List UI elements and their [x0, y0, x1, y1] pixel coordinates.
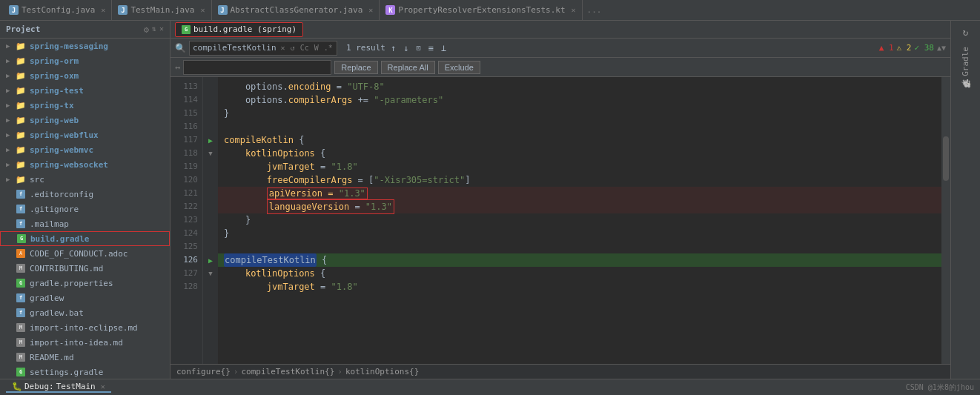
sidebar-item-spring-orm[interactable]: ▶ 📁 spring-orm: [0, 53, 170, 68]
fold-icon-127[interactable]: ▼: [208, 270, 212, 277]
tab-label: AbstractClassGenerator.java: [231, 5, 363, 15]
breadcrumb-item-configure[interactable]: configure{}: [176, 367, 231, 376]
fold-icon-118[interactable]: ▼: [208, 150, 212, 157]
tree-item-label: spring-messaging: [30, 42, 108, 51]
gradle-panel-tab[interactable]: 🐘 Gradle: [958, 41, 973, 95]
sidebar-item-spring-webflux[interactable]: ▶ 📁 spring-webflux: [0, 127, 170, 142]
tree-item-label: spring-tx: [30, 101, 74, 110]
tree-item-label: gradlew: [30, 293, 64, 303]
sidebar-header: Project ⚙ ⇅ ✕: [0, 21, 170, 39]
expand-icon[interactable]: ⇅: [152, 24, 156, 35]
gutter-124: [203, 227, 218, 240]
breadcrumb-item-kotlinoptions[interactable]: kotlinOptions{}: [345, 367, 419, 376]
settings-icon[interactable]: ⚙: [144, 24, 149, 35]
sidebar-item-import-idea[interactable]: M import-into-idea.md: [0, 335, 170, 350]
gutter-119: [203, 160, 218, 173]
sidebar-item-settings-gradle[interactable]: G settings.gradle: [0, 365, 170, 379]
search-close-panel-icon[interactable]: ⊡: [414, 44, 423, 52]
breadcrumb-sep-1: ›: [234, 367, 239, 376]
regex-btn[interactable]: .*: [322, 44, 334, 52]
tab-close-testmain[interactable]: ✕: [200, 6, 205, 14]
replace-button[interactable]: Replace: [334, 61, 377, 74]
code-line-121: apiVersion = "1.3": [218, 187, 941, 200]
sidebar-item-editorconfig[interactable]: f .editorconfig: [0, 187, 170, 202]
replace-all-button[interactable]: Replace All: [381, 61, 435, 74]
tree-item-label: spring-webflux: [30, 130, 99, 140]
tab-testconfig[interactable]: J TestConfig.java ✕: [3, 0, 112, 21]
match-case-btn[interactable]: Cc: [299, 44, 311, 52]
badge-expand-icon[interactable]: ▲▼: [937, 44, 946, 52]
exclude-button[interactable]: Exclude: [438, 61, 480, 74]
active-tab[interactable]: G build.gradle (spring): [175, 22, 303, 37]
line-num-116: 116: [170, 120, 202, 133]
replace-input-container[interactable]: [183, 60, 331, 75]
sidebar-item-spring-web[interactable]: ▶ 📁 spring-web: [0, 113, 170, 127]
tab-propertyresolver[interactable]: K PropertyResolverExtensionsTests.kt ✕: [380, 0, 582, 21]
breadcrumb-item-compiletestkotlin[interactable]: compileTestKotlin{}: [241, 367, 334, 376]
gutter-126[interactable]: ▶: [203, 253, 218, 267]
tab-abstractclass[interactable]: J AbstractClassGenerator.java ✕: [212, 0, 380, 21]
tree-arrow: ▶: [6, 116, 15, 124]
tree-item-label: build.gradle: [30, 234, 89, 244]
sidebar-item-spring-webmvc[interactable]: ▶ 📁 spring-webmvc: [0, 142, 170, 157]
adoc-icon: A: [15, 248, 27, 259]
gradle-label: Gradle: [961, 47, 970, 76]
sidebar-item-mailmap[interactable]: f .mailmap: [0, 216, 170, 231]
tab-close-testconfig[interactable]: ✕: [101, 6, 105, 14]
gutter-117[interactable]: ▶: [203, 133, 218, 147]
tab-testmain[interactable]: J TestMain.java ✕: [112, 0, 211, 21]
file-icon: f: [15, 189, 27, 199]
tree-arrow: ▶: [6, 102, 15, 109]
vertical-scrollbar[interactable]: [941, 77, 950, 364]
close-sidebar-icon[interactable]: ✕: [159, 24, 164, 35]
sidebar-item-gradle-properties[interactable]: G gradle.properties: [0, 276, 170, 291]
search-prev-btn[interactable]: ↑: [388, 43, 398, 53]
sidebar-item-src[interactable]: ▶ 📁 src: [0, 172, 170, 187]
search-arrow-btn[interactable]: ↺: [289, 44, 297, 52]
search-options-icon[interactable]: ≡: [426, 43, 435, 53]
run-icon-126[interactable]: ▶: [208, 256, 213, 265]
sidebar-item-spring-test[interactable]: ▶ 📁 spring-test: [0, 83, 170, 98]
sidebar-item-build-gradle[interactable]: G build.gradle: [0, 231, 170, 246]
sidebar-item-gitignore[interactable]: f .gitignore: [0, 202, 170, 216]
sidebar-item-contributing[interactable]: M CONTRIBUTING.md: [0, 261, 170, 276]
debug-close-icon[interactable]: ✕: [101, 382, 105, 391]
run-icon-117[interactable]: ▶: [208, 136, 213, 145]
tabs-overflow[interactable]: ...: [583, 5, 606, 15]
code-line-120: freeCompilerArgs = ["-Xisr305=strict"]: [218, 173, 941, 187]
scrollbar-thumb[interactable]: [943, 136, 949, 181]
sidebar-item-import-eclipse[interactable]: M import-into-eclipse.md: [0, 320, 170, 335]
gutter-123: [203, 213, 218, 227]
tree-item-label: README.md: [30, 353, 74, 362]
search-filter-icon[interactable]: ⊥: [439, 43, 448, 53]
sidebar-item-spring-oxm[interactable]: ▶ 📁 spring-oxm: [0, 68, 170, 83]
gutter-127: ▼: [203, 267, 218, 280]
line-num-128: 128: [170, 280, 202, 293]
sidebar-item-code-of-conduct[interactable]: A CODE_OF_CONDUCT.adoc: [0, 246, 170, 261]
whole-word-btn[interactable]: W: [313, 44, 320, 52]
sidebar-item-spring-tx[interactable]: ▶ 📁 spring-tx: [0, 98, 170, 113]
breadcrumb-bar: configure{} › compileTestKotlin{} › kotl…: [170, 364, 950, 379]
search-input-container[interactable]: compileTestKotlin ✕ ↺ Cc W .*: [189, 41, 337, 56]
line-num-126: 126: [170, 253, 202, 267]
tab-close-abstractclass[interactable]: ✕: [368, 6, 373, 14]
search-highlight: compileTestKotlin: [224, 253, 317, 267]
tab-close-propertyresolver[interactable]: ✕: [572, 6, 576, 14]
sidebar-item-gradlew[interactable]: f gradlew: [0, 291, 170, 305]
refresh-icon[interactable]: ↻: [963, 27, 969, 38]
code-line-125: [218, 240, 941, 253]
debug-tab[interactable]: 🐛 Debug: TestMain ✕: [6, 382, 111, 393]
folder-icon: 📁: [15, 174, 27, 185]
sidebar-item-spring-websocket[interactable]: ▶ 📁 spring-websocket: [0, 157, 170, 172]
line-num-124: 124: [170, 227, 202, 240]
search-next-btn[interactable]: ↓: [401, 43, 411, 53]
sidebar-item-spring-messaging[interactable]: ▶ 📁 spring-messaging: [0, 39, 170, 53]
sidebar-item-gradlew-bat[interactable]: f gradlew.bat: [0, 305, 170, 320]
code-scroll[interactable]: 113 114 115 116 117 118 119 120 121 122 …: [170, 77, 950, 364]
gutter-121: [203, 187, 218, 200]
sidebar-item-readme[interactable]: M README.md: [0, 350, 170, 365]
gutter-113: [203, 80, 218, 93]
java-icon: J: [118, 5, 128, 15]
sidebar-title: Project: [6, 24, 40, 34]
clear-search-btn[interactable]: ✕: [279, 44, 287, 52]
